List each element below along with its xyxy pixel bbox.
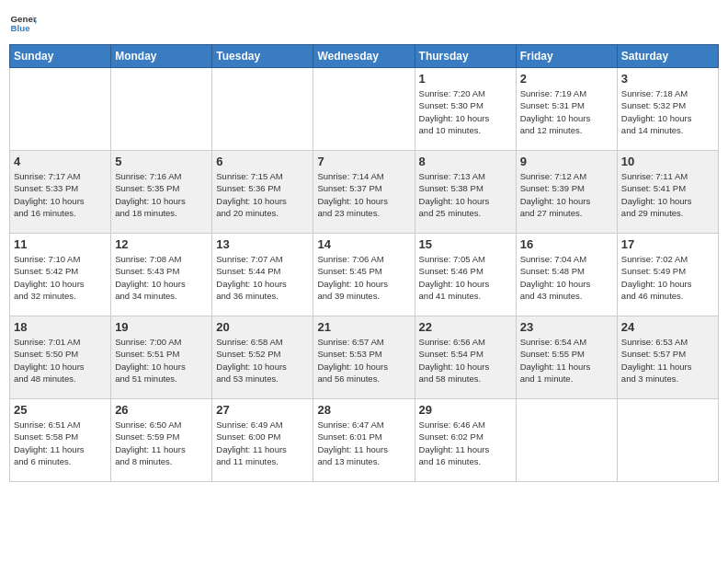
calendar-cell: 25Sunrise: 6:51 AM Sunset: 5:58 PM Dayli… <box>10 399 111 482</box>
day-info: Sunrise: 7:07 AM Sunset: 5:44 PM Dayligh… <box>216 253 309 302</box>
calendar-cell: 5Sunrise: 7:16 AM Sunset: 5:35 PM Daylig… <box>111 151 212 234</box>
calendar-table: SundayMondayTuesdayWednesdayThursdayFrid… <box>9 44 719 482</box>
calendar-cell <box>313 68 415 151</box>
calendar-cell: 2Sunrise: 7:19 AM Sunset: 5:31 PM Daylig… <box>516 68 617 151</box>
calendar-cell: 8Sunrise: 7:13 AM Sunset: 5:38 PM Daylig… <box>415 151 516 234</box>
day-number: 4 <box>14 155 107 168</box>
day-number: 20 <box>216 320 309 334</box>
day-number: 1 <box>419 72 512 86</box>
day-info: Sunrise: 7:08 AM Sunset: 5:43 PM Dayligh… <box>115 253 208 302</box>
day-info: Sunrise: 7:14 AM Sunset: 5:37 PM Dayligh… <box>317 170 410 219</box>
day-info: Sunrise: 6:56 AM Sunset: 5:54 PM Dayligh… <box>419 336 512 385</box>
header-tuesday: Tuesday <box>212 45 313 68</box>
calendar-cell: 27Sunrise: 6:49 AM Sunset: 6:00 PM Dayli… <box>212 399 313 482</box>
calendar-cell: 21Sunrise: 6:57 AM Sunset: 5:53 PM Dayli… <box>313 316 415 399</box>
day-number: 10 <box>621 155 714 168</box>
calendar-cell: 4Sunrise: 7:17 AM Sunset: 5:33 PM Daylig… <box>10 151 111 234</box>
calendar-cell <box>212 68 313 151</box>
day-info: Sunrise: 7:06 AM Sunset: 5:45 PM Dayligh… <box>317 253 410 302</box>
day-number: 15 <box>419 237 512 251</box>
day-info: Sunrise: 6:47 AM Sunset: 6:01 PM Dayligh… <box>317 419 410 467</box>
day-info: Sunrise: 7:18 AM Sunset: 5:32 PM Dayligh… <box>621 87 714 136</box>
calendar-cell: 20Sunrise: 6:58 AM Sunset: 5:52 PM Dayli… <box>212 316 313 399</box>
day-number: 12 <box>115 237 208 251</box>
calendar-cell: 19Sunrise: 7:00 AM Sunset: 5:51 PM Dayli… <box>111 316 212 399</box>
calendar-cell <box>516 399 617 482</box>
day-number: 2 <box>520 72 613 86</box>
day-info: Sunrise: 6:53 AM Sunset: 5:57 PM Dayligh… <box>621 336 714 385</box>
calendar-week-5: 25Sunrise: 6:51 AM Sunset: 5:58 PM Dayli… <box>10 399 719 482</box>
day-number: 14 <box>317 237 410 251</box>
calendar-cell: 6Sunrise: 7:15 AM Sunset: 5:36 PM Daylig… <box>212 151 313 234</box>
calendar-cell: 11Sunrise: 7:10 AM Sunset: 5:42 PM Dayli… <box>10 234 111 316</box>
day-number: 28 <box>317 403 410 417</box>
calendar-cell: 22Sunrise: 6:56 AM Sunset: 5:54 PM Dayli… <box>415 316 516 399</box>
day-info: Sunrise: 7:15 AM Sunset: 5:36 PM Dayligh… <box>216 170 309 219</box>
day-number: 24 <box>621 320 714 334</box>
day-number: 25 <box>14 403 107 417</box>
calendar-cell: 29Sunrise: 6:46 AM Sunset: 6:02 PM Dayli… <box>415 399 516 482</box>
day-number: 19 <box>115 320 208 334</box>
day-number: 18 <box>14 320 107 334</box>
logo: General Blue <box>9 9 40 37</box>
calendar-cell: 13Sunrise: 7:07 AM Sunset: 5:44 PM Dayli… <box>212 234 313 316</box>
day-info: Sunrise: 7:17 AM Sunset: 5:33 PM Dayligh… <box>14 170 107 219</box>
day-info: Sunrise: 6:50 AM Sunset: 5:59 PM Dayligh… <box>115 419 208 467</box>
day-number: 27 <box>216 403 309 417</box>
calendar-cell: 24Sunrise: 6:53 AM Sunset: 5:57 PM Dayli… <box>617 316 718 399</box>
page-header: General Blue <box>9 9 719 37</box>
day-info: Sunrise: 6:46 AM Sunset: 6:02 PM Dayligh… <box>419 419 512 467</box>
day-number: 16 <box>520 237 613 251</box>
day-number: 17 <box>621 237 714 251</box>
calendar-cell: 16Sunrise: 7:04 AM Sunset: 5:48 PM Dayli… <box>516 234 617 316</box>
calendar-cell: 17Sunrise: 7:02 AM Sunset: 5:49 PM Dayli… <box>617 234 718 316</box>
day-info: Sunrise: 7:10 AM Sunset: 5:42 PM Dayligh… <box>14 253 107 302</box>
day-info: Sunrise: 7:20 AM Sunset: 5:30 PM Dayligh… <box>419 87 512 136</box>
day-number: 6 <box>216 155 309 168</box>
day-info: Sunrise: 6:51 AM Sunset: 5:58 PM Dayligh… <box>14 419 107 467</box>
day-info: Sunrise: 7:02 AM Sunset: 5:49 PM Dayligh… <box>621 253 714 302</box>
calendar-cell: 15Sunrise: 7:05 AM Sunset: 5:46 PM Dayli… <box>415 234 516 316</box>
svg-text:Blue: Blue <box>11 23 31 33</box>
day-info: Sunrise: 7:05 AM Sunset: 5:46 PM Dayligh… <box>419 253 512 302</box>
day-info: Sunrise: 7:13 AM Sunset: 5:38 PM Dayligh… <box>419 170 512 219</box>
calendar-header-row: SundayMondayTuesdayWednesdayThursdayFrid… <box>10 45 719 68</box>
calendar-week-1: 1Sunrise: 7:20 AM Sunset: 5:30 PM Daylig… <box>10 68 719 151</box>
calendar-week-4: 18Sunrise: 7:01 AM Sunset: 5:50 PM Dayli… <box>10 316 719 399</box>
calendar-cell: 3Sunrise: 7:18 AM Sunset: 5:32 PM Daylig… <box>617 68 718 151</box>
day-number: 13 <box>216 237 309 251</box>
day-number: 11 <box>14 237 107 251</box>
day-info: Sunrise: 7:00 AM Sunset: 5:51 PM Dayligh… <box>115 336 208 385</box>
calendar-cell: 14Sunrise: 7:06 AM Sunset: 5:45 PM Dayli… <box>313 234 415 316</box>
calendar-cell: 12Sunrise: 7:08 AM Sunset: 5:43 PM Dayli… <box>111 234 212 316</box>
calendar-cell: 7Sunrise: 7:14 AM Sunset: 5:37 PM Daylig… <box>313 151 415 234</box>
calendar-cell: 28Sunrise: 6:47 AM Sunset: 6:01 PM Dayli… <box>313 399 415 482</box>
calendar-week-2: 4Sunrise: 7:17 AM Sunset: 5:33 PM Daylig… <box>10 151 719 234</box>
day-info: Sunrise: 7:01 AM Sunset: 5:50 PM Dayligh… <box>14 336 107 385</box>
day-number: 26 <box>115 403 208 417</box>
day-number: 8 <box>419 155 512 168</box>
header-thursday: Thursday <box>415 45 516 68</box>
calendar-cell: 1Sunrise: 7:20 AM Sunset: 5:30 PM Daylig… <box>415 68 516 151</box>
day-info: Sunrise: 7:04 AM Sunset: 5:48 PM Dayligh… <box>520 253 613 302</box>
header-wednesday: Wednesday <box>313 45 415 68</box>
day-info: Sunrise: 7:12 AM Sunset: 5:39 PM Dayligh… <box>520 170 613 219</box>
day-number: 3 <box>621 72 714 86</box>
header-friday: Friday <box>516 45 617 68</box>
calendar-cell <box>111 68 212 151</box>
calendar-cell: 18Sunrise: 7:01 AM Sunset: 5:50 PM Dayli… <box>10 316 111 399</box>
calendar-cell: 23Sunrise: 6:54 AM Sunset: 5:55 PM Dayli… <box>516 316 617 399</box>
calendar-week-3: 11Sunrise: 7:10 AM Sunset: 5:42 PM Dayli… <box>10 234 719 316</box>
day-number: 21 <box>317 320 410 334</box>
logo-icon: General Blue <box>9 9 37 37</box>
day-number: 23 <box>520 320 613 334</box>
calendar-cell: 26Sunrise: 6:50 AM Sunset: 5:59 PM Dayli… <box>111 399 212 482</box>
day-info: Sunrise: 6:58 AM Sunset: 5:52 PM Dayligh… <box>216 336 309 385</box>
day-info: Sunrise: 7:19 AM Sunset: 5:31 PM Dayligh… <box>520 87 613 136</box>
day-info: Sunrise: 7:11 AM Sunset: 5:41 PM Dayligh… <box>621 170 714 219</box>
calendar-cell <box>617 399 718 482</box>
day-number: 9 <box>520 155 613 168</box>
day-number: 5 <box>115 155 208 168</box>
day-number: 7 <box>317 155 410 168</box>
header-monday: Monday <box>111 45 212 68</box>
